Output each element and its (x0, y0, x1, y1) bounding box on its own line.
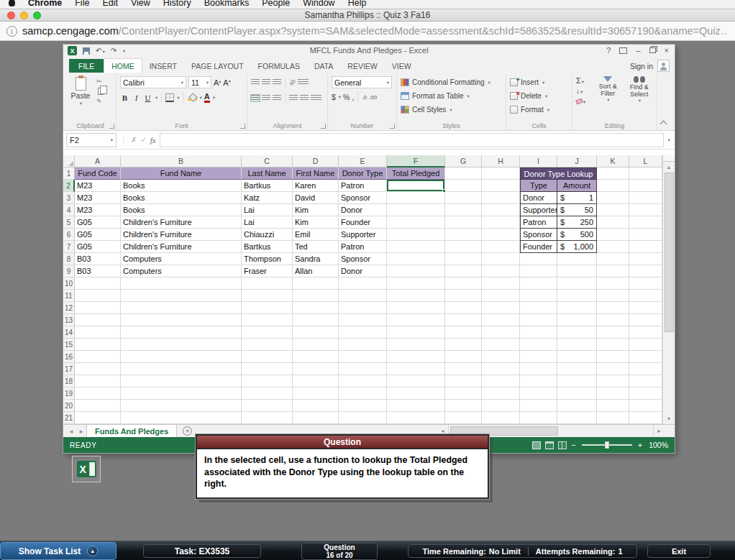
cell-H11[interactable] (482, 290, 520, 302)
cell-F16[interactable] (387, 351, 445, 363)
delete-cells-button[interactable]: × Delete▾ (510, 90, 568, 102)
cell-H3[interactable] (482, 192, 520, 204)
cell-E8[interactable]: Sponsor (339, 253, 387, 265)
middle-align-icon[interactable] (262, 79, 270, 86)
row-header-15[interactable]: 15 (63, 339, 75, 351)
hscroll-left-icon[interactable]: ◂ (437, 428, 448, 434)
cell-A18[interactable] (75, 375, 121, 387)
cell-K4[interactable] (597, 204, 629, 216)
column-header-L[interactable]: L (629, 155, 662, 167)
cell-B4[interactable]: Books (121, 204, 242, 216)
cell-I13[interactable] (520, 314, 557, 326)
cell-B5[interactable]: Children's Furniture (121, 216, 242, 229)
cell-D11[interactable] (293, 290, 339, 302)
cell-B12[interactable] (121, 302, 242, 314)
row-header-4[interactable]: 4 (63, 204, 75, 216)
cell-A5[interactable]: G05 (75, 216, 121, 229)
cell-J8[interactable] (557, 253, 597, 265)
cell-H1[interactable] (482, 167, 520, 180)
cell-H15[interactable] (482, 339, 520, 351)
cell-D18[interactable] (293, 375, 339, 387)
cell-C15[interactable] (242, 339, 293, 351)
zoom-slider[interactable] (582, 444, 632, 446)
cut-icon[interactable]: ✂ (96, 78, 104, 85)
menu-file[interactable]: File (75, 0, 89, 8)
cell-B3[interactable]: Books (121, 192, 242, 204)
cell-A9[interactable]: B03 (75, 265, 121, 277)
cell-H8[interactable] (482, 253, 520, 265)
cell-D2[interactable]: Karen (293, 180, 339, 192)
orientation-icon[interactable]: ab (288, 78, 297, 87)
cell-L11[interactable] (629, 290, 662, 302)
cell-A2[interactable]: M23 (75, 180, 121, 192)
cell-D1[interactable]: First Name (293, 167, 339, 180)
cell-K19[interactable] (597, 387, 629, 400)
cell-G9[interactable] (445, 265, 482, 277)
show-task-list-button[interactable]: Show Task List ▲ (0, 542, 117, 560)
cell-L19[interactable] (629, 387, 662, 400)
cell-E5[interactable]: Founder (339, 216, 387, 229)
cell-C8[interactable]: Thompson (242, 253, 293, 265)
cell-F11[interactable] (387, 290, 445, 302)
cell-D5[interactable]: Kim (293, 216, 339, 229)
font-color-icon[interactable]: A (204, 93, 210, 103)
cell-F20[interactable] (387, 400, 445, 412)
copy-icon[interactable] (98, 88, 104, 95)
merge-center-icon[interactable] (311, 95, 321, 101)
cell-G2[interactable] (445, 180, 482, 192)
cell-H21[interactable] (482, 412, 520, 424)
cell-C10[interactable] (242, 277, 293, 290)
cell-B16[interactable] (121, 351, 242, 363)
cell-E17[interactable] (339, 363, 387, 375)
row-header-3[interactable]: 3 (63, 192, 75, 204)
cell-K10[interactable] (597, 277, 629, 290)
insert-cells-button[interactable]: + Insert▾ (510, 76, 568, 88)
page-layout-view-icon[interactable] (545, 441, 554, 449)
cell-F4[interactable] (387, 204, 445, 216)
cell-D10[interactable] (293, 277, 339, 290)
cell-F5[interactable] (387, 216, 445, 229)
cell-A15[interactable] (75, 339, 121, 351)
cell-C16[interactable] (242, 351, 293, 363)
cell-B9[interactable]: Computers (121, 265, 242, 277)
column-header-A[interactable]: A (75, 155, 121, 167)
borders-icon[interactable] (165, 93, 174, 102)
cell-J17[interactable] (557, 363, 597, 375)
cell-C1[interactable]: Last Name (242, 167, 293, 180)
cell-F7[interactable] (387, 241, 445, 253)
cell-E11[interactable] (339, 290, 387, 302)
help-icon[interactable]: ? (606, 46, 611, 55)
cell-J21[interactable] (557, 412, 597, 424)
cell-C2[interactable]: Bartkus (242, 180, 293, 192)
row-header-6[interactable]: 6 (63, 229, 75, 241)
enter-icon[interactable]: ✓ (140, 136, 146, 144)
zoom-level[interactable]: 100% (649, 441, 668, 449)
cell-J20[interactable] (557, 400, 597, 412)
increase-decimal-icon[interactable]: .0 (362, 94, 367, 101)
cell-A21[interactable] (75, 412, 121, 424)
formula-bar-expand-icon[interactable]: ▾ (668, 137, 670, 143)
cell-G1[interactable] (445, 167, 482, 180)
cell-J16[interactable] (557, 351, 597, 363)
cell-G18[interactable] (445, 375, 482, 387)
cell-J5[interactable]: $250 (557, 216, 597, 229)
cell-C21[interactable] (242, 412, 293, 424)
column-header-H[interactable]: H (482, 155, 520, 167)
row-header-20[interactable]: 20 (63, 400, 75, 412)
menu-view[interactable]: View (131, 0, 150, 8)
row-header-14[interactable]: 14 (63, 326, 75, 339)
cell-A1[interactable]: Fund Code (75, 167, 121, 180)
cell-J9[interactable] (557, 265, 597, 277)
cell-F10[interactable] (387, 277, 445, 290)
menu-people[interactable]: People (262, 0, 290, 8)
cell-F13[interactable] (387, 314, 445, 326)
tab-insert[interactable]: INSERT (142, 59, 184, 73)
sheet-nav-left-icon[interactable]: ◂ (66, 428, 76, 435)
cell-E6[interactable]: Supporter (339, 229, 387, 241)
excel-close-icon[interactable]: × (665, 46, 669, 55)
tab-formulas[interactable]: FORMULAS (251, 59, 307, 73)
cell-D8[interactable]: Sandra (293, 253, 339, 265)
apple-icon[interactable] (9, 0, 15, 6)
name-box[interactable]: F2▾ (66, 133, 117, 147)
decrease-indent-icon[interactable] (289, 95, 298, 101)
